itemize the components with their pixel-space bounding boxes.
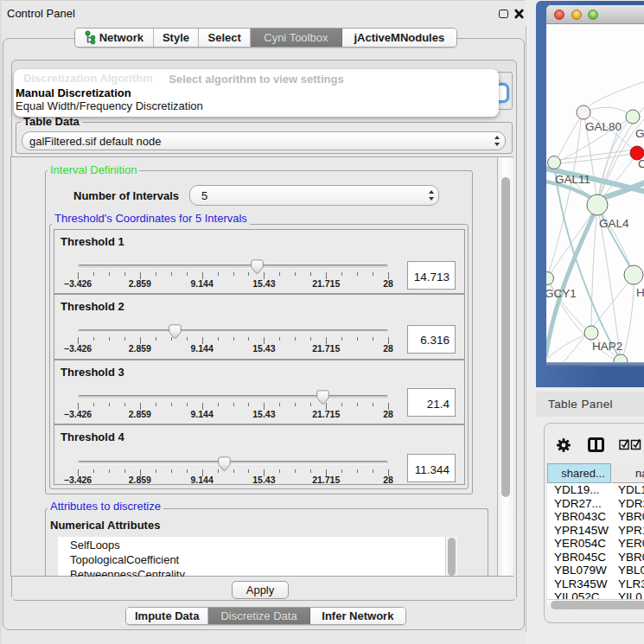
svg-text:HAP2: HAP2 — [592, 340, 622, 353]
svg-text:C: C — [638, 157, 644, 170]
svg-text:GA: GA — [635, 127, 644, 140]
svg-text:GCY1: GCY1 — [546, 287, 577, 300]
svg-text:GAL11: GAL11 — [555, 173, 590, 186]
svg-text:H: H — [636, 286, 644, 299]
svg-text:GAL80: GAL80 — [585, 120, 622, 133]
svg-text:GAL4: GAL4 — [599, 217, 629, 230]
